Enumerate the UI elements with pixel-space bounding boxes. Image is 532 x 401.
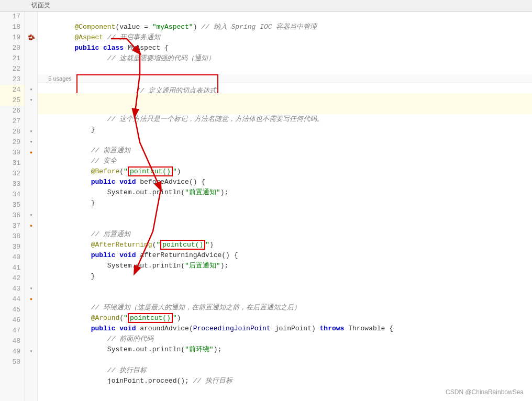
code-line-18: @Aspect // 开启事务通知	[38, 22, 532, 32]
debug-icon-37: ●	[30, 221, 32, 231]
line-num-38: 38	[0, 231, 25, 242]
code-line-23: @Pointcut("execution(* com.rainbowsea.sp…	[38, 83, 532, 93]
code-line-19: public class MyAspect {	[38, 32, 532, 43]
gutter-40	[25, 252, 37, 263]
gutter-44: ●	[25, 294, 37, 305]
line-num-37: 37	[0, 221, 25, 231]
gutter-45	[25, 305, 37, 315]
fold-icon-29[interactable]: ▾	[29, 137, 32, 148]
fold-icon-49[interactable]: ▾	[29, 347, 32, 357]
line-num-48: 48	[0, 336, 25, 347]
line-num-44: 44	[0, 294, 25, 305]
code-line-39: System.out.println("后置通知");	[38, 250, 532, 261]
gutter-43: ▾	[25, 284, 37, 294]
gutter-18	[25, 22, 37, 32]
gutter-35	[25, 200, 37, 210]
code-line-37: @AfterReturning("pointcut()")	[38, 229, 532, 240]
line-num-19: 19	[0, 32, 25, 43]
code-line-45: public void aroundAdvice(ProceedingJoinP…	[38, 313, 532, 324]
line-num-21: 21	[0, 53, 25, 64]
code-line-28: // 前置通知	[38, 135, 532, 146]
code-line-49: // 执行目标	[38, 355, 532, 365]
gutter-21	[25, 53, 37, 64]
code-line-50: joinPoint.proceed(); // 执行目标	[38, 365, 532, 376]
gutter-38	[25, 231, 37, 242]
gutter-29: ▾	[25, 137, 37, 148]
code-line-34	[38, 198, 532, 208]
code-line-25: // 这个方法只是一个标记，方法名随意，方法体也不需要写任何代码。	[38, 104, 532, 114]
gutter-19: 🫘	[25, 32, 37, 43]
line-num-29: 29	[0, 137, 25, 148]
gutter-39	[25, 242, 37, 252]
line-num-36: 36	[0, 210, 25, 221]
line-num-47: 47	[0, 326, 25, 336]
line-num-20: 20	[0, 43, 25, 53]
line-num-26: 26	[0, 106, 25, 116]
line-num-17: 17	[0, 12, 25, 22]
gutter-22	[25, 64, 37, 74]
fold-icon-24[interactable]: ▾	[29, 85, 32, 95]
line-num-49: 49	[0, 347, 25, 357]
gutter-32	[25, 169, 37, 179]
code-line-46: // 前面的代码	[38, 324, 532, 334]
gutter-41	[25, 263, 37, 273]
code-line-35	[38, 208, 532, 219]
gutter-48	[25, 336, 37, 347]
gutter-17	[25, 12, 37, 22]
code-line-40: }	[38, 261, 532, 271]
code-line-20: // 这就是需要增强的代码（通知）	[38, 43, 532, 53]
gutter-34	[25, 190, 37, 200]
code-line-41	[38, 271, 532, 282]
line-num-22: 22	[0, 64, 25, 74]
code-line-17: @Component(value = "myAspect") // 纳入 Spr…	[38, 12, 532, 22]
code-line-47: System.out.println("前环绕");	[38, 334, 532, 344]
gutter-37: ●	[25, 221, 37, 231]
code-line-22: // 定义通用的切点表达式	[38, 64, 532, 74]
debug-icon-30: ●	[30, 148, 32, 158]
line-num-46: 46	[0, 315, 25, 326]
gutter-46	[25, 315, 37, 326]
gutter-24: ▾	[25, 85, 37, 95]
debug-icon-44: ●	[30, 294, 32, 305]
line-num-45: 45	[0, 305, 25, 315]
line-num-40: 40	[0, 252, 25, 263]
gutter-33	[25, 179, 37, 190]
gutter-25: ▾	[25, 95, 37, 106]
fold-icon-36[interactable]: ▾	[29, 210, 32, 221]
line-num-43: 43	[0, 284, 25, 294]
watermark: CSDN @ChinaRainbowSea	[446, 388, 524, 396]
code-line-48	[38, 344, 532, 355]
code-line-32: System.out.println("前置通知");	[38, 177, 532, 187]
fold-icon-43[interactable]: ▾	[29, 284, 32, 294]
line-num-18: 18	[0, 22, 25, 32]
gutter-36: ▾	[25, 210, 37, 221]
code-line-31: public void beforeAdvice() {	[38, 166, 532, 177]
line-numbers: 17 18 19 20 21 22 23 24 25 26 27 28 29 3…	[0, 12, 25, 401]
gutter-26	[25, 106, 37, 116]
gutter-23	[25, 74, 37, 85]
code-line-36: // 后置通知	[38, 219, 532, 229]
code-line-21	[38, 53, 532, 64]
file-breadcrumb: 切面类	[0, 0, 532, 12]
gutter: 🫘 ▾ ▾ ▾ ▾ ●	[25, 12, 38, 401]
code-line-43: // 环绕通知（这是最大的通知，在前置通知之前，在后置通知之后）	[38, 292, 532, 303]
line-num-24: 24	[0, 85, 25, 95]
line-num-42: 42	[0, 273, 25, 284]
code-line-27	[38, 125, 532, 135]
gutter-47	[25, 326, 37, 336]
code-line-24: public void pointcut();	[38, 93, 532, 104]
code-line-26: }	[38, 114, 532, 125]
gutter-31	[25, 158, 37, 169]
line-num-50: 50	[0, 357, 25, 367]
fold-icon-28[interactable]: ▾	[29, 127, 32, 137]
code-line-38: public void afterReturningAdvice() {	[38, 240, 532, 250]
line-num-31: 31	[0, 158, 25, 169]
gutter-20	[25, 43, 37, 53]
gutter-28: ▾	[25, 127, 37, 137]
fold-icon-25[interactable]: ▾	[29, 95, 32, 106]
line-num-32: 32	[0, 169, 25, 179]
line-num-35: 35	[0, 200, 25, 210]
line-num-30: 30	[0, 148, 25, 158]
line-num-34: 34	[0, 190, 25, 200]
gutter-49: ▾	[25, 347, 37, 357]
